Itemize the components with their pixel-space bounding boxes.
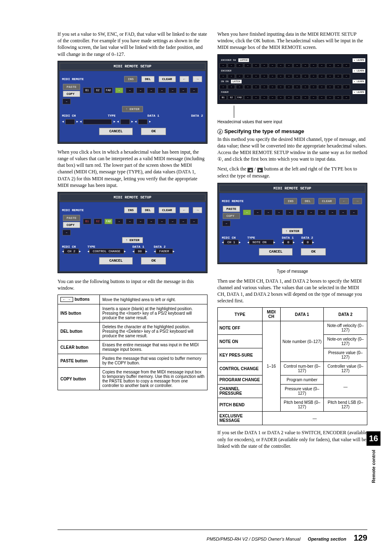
hex-slot[interactable]: –	[168, 219, 177, 224]
hex-slot-cursor[interactable]: –	[243, 210, 251, 215]
clear-button[interactable]: CLEAR	[159, 76, 176, 82]
hex-slot[interactable]: –	[339, 210, 347, 215]
ins-button[interactable]: INS	[124, 76, 137, 82]
hex-slot[interactable]: –	[318, 210, 326, 215]
table-cell: Pitch bend MSB (0–127)	[280, 398, 324, 412]
table-row-label: CHANNEL PRESSURE	[218, 385, 263, 398]
table-row-label: EXCLUSIVE MESSAGE	[218, 412, 263, 425]
table-cell: Note number (0–127)	[280, 321, 324, 362]
copy-button[interactable]: COPY	[63, 91, 80, 97]
cancel-button[interactable]: CANCEL	[99, 257, 133, 265]
data1-value[interactable]: 98	[134, 249, 146, 254]
hex-slot[interactable]: –	[115, 219, 123, 224]
enter-button[interactable]: ↑ ENTER	[282, 228, 303, 234]
data2-value[interactable]: FADER	[156, 249, 173, 254]
hex-slot-cursor[interactable]: FAD	[104, 219, 113, 224]
hex-slot-red[interactable]: 62	[94, 219, 102, 224]
paste-button[interactable]: PASTE	[63, 84, 80, 90]
left-arrow-button[interactable]: ←	[339, 198, 349, 204]
right-arrow-button[interactable]: →	[193, 76, 202, 82]
del-button[interactable]: DEL	[141, 207, 154, 213]
cancel-button[interactable]: CANCEL	[99, 128, 133, 135]
copy-button[interactable]: COPY	[63, 222, 80, 228]
table-cell: 1–16	[262, 321, 280, 412]
hex-slot[interactable]: –	[158, 88, 166, 93]
copy-button[interactable]: COPY	[223, 213, 240, 219]
midi-ch-value[interactable]	[65, 119, 75, 124]
hex-slot-cursor[interactable]: –	[115, 88, 123, 93]
ins-button[interactable]: INS	[284, 198, 297, 204]
left-arrow-button[interactable]: ←	[180, 76, 189, 82]
hex-slot[interactable]: –	[275, 210, 283, 215]
del-button[interactable]: DEL	[141, 76, 154, 82]
hex-slot-value: FAD	[236, 95, 243, 100]
hex-slot[interactable]: –	[222, 221, 231, 226]
enter-button[interactable]: ↑ ENTER	[122, 106, 143, 112]
learn-button[interactable]: + LEARN	[353, 58, 365, 62]
hex-slot[interactable]: –	[147, 88, 155, 93]
encoder-sw-label: ENCODER SW	[219, 58, 238, 62]
midi-ch-value[interactable]: CH 1	[224, 240, 239, 245]
hex-slot[interactable]: B1	[83, 88, 91, 93]
hex-slot[interactable]: –	[136, 219, 145, 224]
hex-slot[interactable]: –	[286, 210, 294, 215]
learn-button[interactable]: + LEARN	[353, 69, 365, 73]
enter-button[interactable]: ↑ ENTER	[122, 237, 143, 243]
callout-line	[234, 106, 258, 118]
data1-value[interactable]	[120, 119, 130, 124]
hex-slot[interactable]: –	[158, 219, 166, 224]
chapter-number: 16	[367, 431, 380, 446]
ins-button[interactable]: INS	[124, 207, 137, 213]
hex-slot[interactable]: –	[168, 88, 177, 93]
learn-button[interactable]: + LEARN	[353, 80, 365, 83]
hex-slot-value: 62	[228, 95, 235, 100]
paste-button[interactable]: PASTE	[223, 206, 240, 212]
right-arrow-button[interactable]: →	[353, 198, 362, 204]
hex-slot[interactable]: –	[179, 88, 187, 93]
hex-slot[interactable]: –	[136, 88, 145, 93]
hex-slot-value: B1	[219, 95, 227, 100]
left-arrow-button[interactable]: ←	[180, 207, 189, 213]
type-value[interactable]: NOTE ON	[249, 240, 274, 245]
clear-button[interactable]: CLEAR	[318, 198, 336, 204]
hex-slot[interactable]: –	[179, 219, 187, 224]
hex-slot[interactable]: –	[147, 219, 155, 224]
right-arrow-button[interactable]: →	[193, 207, 202, 213]
hex-slot[interactable]: –	[190, 88, 198, 93]
hex-slot[interactable]: –	[350, 210, 358, 215]
message-type-table: TYPE MIDI CH DATA 1 DATA 2 NOTE OFF 1–16…	[217, 307, 367, 425]
th-data2: DATA 2	[324, 308, 367, 321]
hex-slot[interactable]: –	[254, 210, 262, 215]
data1-value[interactable]: 0	[284, 240, 293, 245]
del-button[interactable]: DEL	[301, 198, 314, 204]
midi-ch-value[interactable]: CH 2	[64, 249, 79, 254]
hex-slot[interactable]: –	[126, 88, 134, 93]
hex-slot[interactable]: –	[126, 219, 134, 224]
table-row-label: PROGRAM CHANGE	[218, 375, 263, 385]
hex-slot[interactable]: –	[307, 210, 315, 215]
hex-slot[interactable]: –	[62, 99, 71, 104]
type-value[interactable]: CONTROL CHANGE	[89, 249, 124, 254]
hex-slot[interactable]: –	[62, 230, 71, 235]
hex-slot[interactable]: –	[264, 210, 272, 215]
data2-value[interactable]: 0	[303, 240, 313, 245]
paste-button[interactable]: PASTE	[63, 215, 80, 221]
hex-slot[interactable]: –	[328, 210, 337, 215]
hex-slot[interactable]: 62	[94, 88, 102, 93]
window-title: MIDI REMOTE SETUP	[60, 63, 205, 70]
ok-button[interactable]: OK	[141, 128, 166, 135]
table-cell: Note-on velocity (0–127)	[324, 335, 367, 348]
learn-button[interactable]: + LEARN	[353, 90, 365, 94]
ok-button[interactable]: OK	[301, 248, 326, 256]
hex-slot[interactable]: FAD	[104, 88, 113, 93]
clear-button[interactable]: CLEAR	[159, 207, 176, 213]
hex-slot[interactable]: –	[190, 219, 198, 224]
hex-slot[interactable]: –	[296, 210, 304, 215]
type-value[interactable]	[83, 119, 112, 124]
cancel-button[interactable]: CANCEL	[259, 248, 293, 256]
data2-value[interactable]	[138, 119, 148, 124]
ok-button[interactable]: OK	[141, 257, 166, 265]
section-name: Operating section	[308, 537, 346, 541]
hex-slot-red[interactable]: B1	[83, 219, 91, 224]
table-cell: Pressure value (0–127)	[280, 385, 324, 398]
